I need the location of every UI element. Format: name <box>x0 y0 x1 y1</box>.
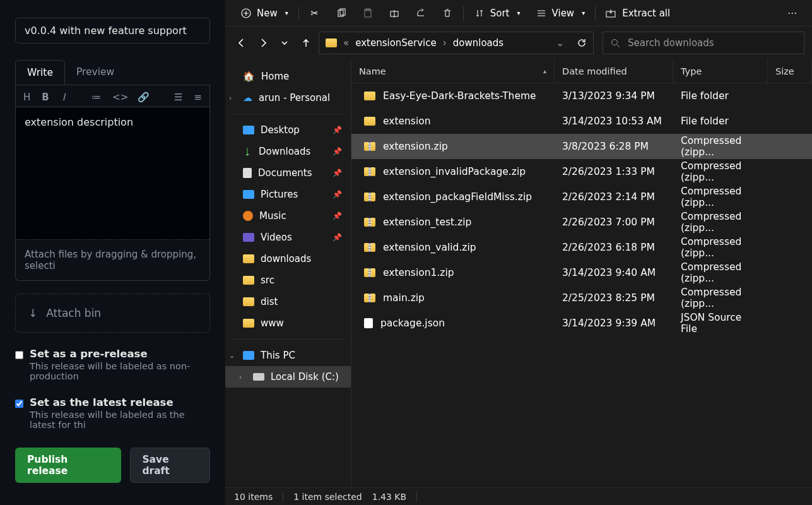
nav-local-disk-c[interactable]: ›Local Disk (C:) <box>225 366 351 388</box>
zip-icon <box>364 193 375 201</box>
chevron-right-icon[interactable]: › <box>229 94 232 102</box>
file-row[interactable]: extension_valid.zip2/26/2023 6:18 PMComp… <box>351 235 812 260</box>
folder-icon <box>364 92 375 100</box>
breadcrumb-downloads[interactable]: downloads <box>453 37 503 49</box>
code-icon[interactable]: <> <box>112 92 126 103</box>
breadcrumb-extensionservice[interactable]: extensionService <box>355 37 437 49</box>
latest-release-checkbox[interactable] <box>15 399 23 408</box>
prerelease-checkbox[interactable] <box>15 350 23 360</box>
nav-documents[interactable]: Documents📌 <box>225 162 351 184</box>
file-row[interactable]: package.json3/14/2023 9:39 AMJSON Source… <box>351 311 812 336</box>
file-name: extension.zip <box>383 141 448 152</box>
tab-preview[interactable]: Preview <box>65 60 126 85</box>
forward-button[interactable] <box>254 34 272 52</box>
explorer-toolbar: New ▾ ✂ Sort ▾ View ▾ Extract all ⋯ <box>225 0 812 27</box>
search-box[interactable]: Search downloads <box>603 32 804 54</box>
tag-input[interactable]: v0.0.4 with new feature support <box>15 18 210 44</box>
file-row[interactable]: extension_invalidPackage.zip2/26/2023 1:… <box>351 159 812 184</box>
delete-button[interactable] <box>434 0 461 26</box>
paste-button[interactable] <box>355 0 381 26</box>
folder-icon <box>243 297 254 306</box>
chevron-down-icon[interactable]: ⌄ <box>229 352 235 360</box>
refresh-button[interactable] <box>577 38 587 48</box>
prerelease-option[interactable]: Set as a pre-release This release will b… <box>15 348 210 381</box>
chevron-right-icon: › <box>443 37 447 49</box>
quote-icon[interactable]: ≔ <box>91 92 101 103</box>
sort-button[interactable]: Sort ▾ <box>466 0 528 26</box>
column-type[interactable]: Type <box>673 59 768 83</box>
file-row[interactable]: extension_packagFieldMiss.zip2/26/2023 2… <box>351 184 812 210</box>
nav-folder-downloads[interactable]: downloads <box>225 248 351 270</box>
pin-icon: 📌 <box>332 211 342 220</box>
share-icon <box>415 8 427 19</box>
view-button[interactable]: View ▾ <box>528 0 593 26</box>
column-name[interactable]: Name▴ <box>351 59 555 83</box>
rename-icon <box>389 8 400 19</box>
nav-this-pc[interactable]: ⌄This PC <box>225 345 351 366</box>
bold-icon[interactable]: B <box>42 92 49 103</box>
tab-write[interactable]: Write <box>15 60 65 85</box>
column-date[interactable]: Date modified <box>555 59 673 83</box>
italic-icon[interactable]: I <box>61 92 68 103</box>
copy-button[interactable] <box>328 0 355 26</box>
recent-button[interactable] <box>276 34 293 52</box>
zip-icon <box>364 243 375 252</box>
address-bar[interactable]: « extensionService › downloads ⌄ <box>319 32 594 54</box>
file-row[interactable]: extension3/14/2023 10:53 AMFile folder <box>351 109 812 134</box>
download-icon: ⭣ <box>243 146 252 157</box>
extract-all-button[interactable]: Extract all <box>598 0 678 26</box>
nav-desktop[interactable]: Desktop📌 <box>225 119 351 141</box>
file-name: extension_test.zip <box>383 217 471 228</box>
chevron-right-icon[interactable]: › <box>239 373 242 381</box>
description-textarea[interactable]: extension description <box>16 107 209 239</box>
bullet-list-icon[interactable]: ☰ <box>174 92 182 103</box>
nav-pictures[interactable]: Pictures📌 <box>225 184 351 205</box>
file-row[interactable]: extension_test.zip2/26/2023 7:00 PMCompr… <box>351 210 812 235</box>
nav-home[interactable]: 🏠Home <box>225 66 351 87</box>
file-row[interactable]: extension.zip3/8/2023 6:28 PMCompressed … <box>351 134 812 159</box>
nav-onedrive-personal[interactable]: ›☁arun - Personal <box>225 87 351 109</box>
column-size[interactable]: Size <box>768 59 812 83</box>
link-icon[interactable]: 🔗 <box>138 92 150 103</box>
new-button[interactable]: New ▾ <box>233 0 296 26</box>
svg-point-7 <box>612 39 618 45</box>
file-name: extension1.zip <box>383 267 454 278</box>
file-date: 2/26/2023 7:00 PM <box>555 217 673 228</box>
file-date: 2/26/2023 1:33 PM <box>555 166 673 177</box>
save-draft-button[interactable]: Save draft <box>130 448 210 483</box>
status-size: 1.43 KB <box>372 492 406 502</box>
up-button[interactable] <box>297 34 315 52</box>
nav-videos[interactable]: Videos📌 <box>225 227 351 248</box>
file-row[interactable]: extension1.zip3/14/2023 9:40 AMCompresse… <box>351 260 812 285</box>
attach-binaries-dropzone[interactable]: ↓ Attach bin <box>15 294 210 333</box>
pc-icon <box>243 351 254 360</box>
share-button[interactable] <box>408 0 434 26</box>
search-icon <box>611 39 620 48</box>
search-placeholder: Search downloads <box>628 37 714 49</box>
latest-release-option[interactable]: Set as the latest release This release w… <box>15 396 210 430</box>
cut-button[interactable]: ✂ <box>302 0 328 26</box>
back-button[interactable] <box>233 34 250 52</box>
file-type: Compressed (zipp... <box>673 211 768 234</box>
document-icon <box>243 168 252 178</box>
number-list-icon[interactable]: ≡ <box>194 92 202 103</box>
chevron-down-icon[interactable]: ⌄ <box>556 37 564 49</box>
heading-icon[interactable]: H <box>23 92 30 103</box>
nav-downloads[interactable]: ⭣Downloads📌 <box>225 141 351 162</box>
file-row[interactable]: Easy-Eye-Dark-Brackets-Theme3/13/2023 9:… <box>351 83 812 109</box>
publish-release-button[interactable]: Publish release <box>15 448 121 483</box>
nav-music[interactable]: Music📌 <box>225 205 351 227</box>
zip-icon <box>364 167 375 176</box>
file-row[interactable]: main.zip2/25/2023 8:25 PMCompressed (zip… <box>351 285 812 311</box>
nav-folder-www[interactable]: www <box>225 312 351 334</box>
nav-folder-dist[interactable]: dist <box>225 291 351 312</box>
status-bar: 10 items 1 item selected 1.43 KB <box>225 487 812 505</box>
ellipsis-icon: ⋯ <box>787 8 797 19</box>
attach-hint[interactable]: Attach files by dragging & dropping, sel… <box>16 239 209 280</box>
more-button[interactable]: ⋯ <box>780 0 804 26</box>
file-name: main.zip <box>383 292 425 304</box>
rename-button[interactable] <box>381 0 408 26</box>
file-name: extension_invalidPackage.zip <box>383 166 526 177</box>
cloud-icon: ☁ <box>243 92 252 104</box>
nav-folder-src[interactable]: src <box>225 270 351 291</box>
